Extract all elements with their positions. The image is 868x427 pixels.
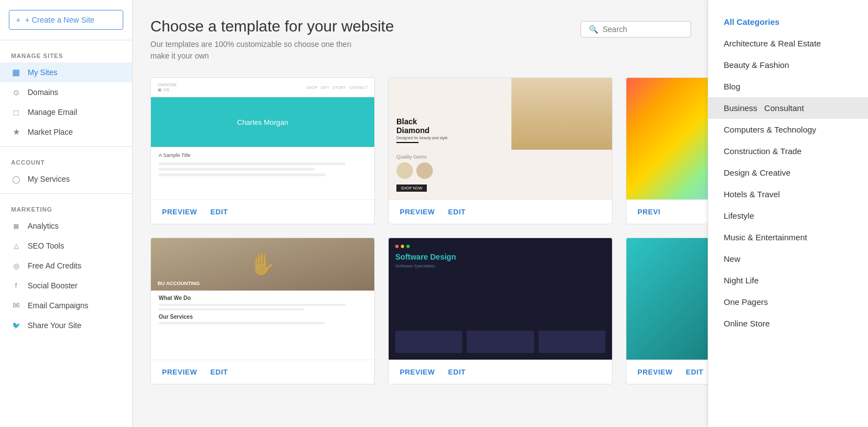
domains-label: Domains — [28, 88, 58, 97]
market-place-icon: ★ — [11, 127, 21, 137]
search-icon: 🔍 — [589, 25, 598, 34]
sidebar-item-share-your-site[interactable]: 🐦 Share Your Site — [0, 315, 132, 335]
tpl5-top: Software Design Software Specialists — [395, 245, 605, 268]
category-beauty[interactable]: Beauty & Fashion — [708, 54, 868, 76]
preview-tpl3[interactable]: PREVI — [637, 208, 661, 216]
preview-tpl5[interactable]: PREVIEW — [400, 368, 435, 376]
tpl1-hero-text: Charles Morgan — [237, 118, 289, 126]
social-booster-icon: f — [11, 281, 21, 291]
tpl4-hero: ✋ BU ACCOUNTING — [151, 238, 374, 291]
template-preview-tpl2: BlackDiamond Designed for beauty and sty… — [389, 78, 612, 199]
category-blog[interactable]: Blog — [708, 76, 868, 97]
tpl2-btn: SHOP NOW — [396, 184, 427, 192]
template-actions-tpl2: PREVIEW EDIT — [389, 199, 612, 224]
tpl5-thumb1 — [395, 331, 462, 353]
edit-tpl6[interactable]: EDIT — [686, 368, 704, 376]
my-sites-label: My Sites — [28, 68, 57, 77]
category-online-store[interactable]: Online Store — [708, 313, 868, 334]
sidebar-item-my-sites[interactable]: ▦ My Sites — [0, 62, 132, 82]
tpl2-divider — [396, 142, 419, 143]
search-input[interactable] — [603, 25, 683, 34]
tpl1-sample-title: A Sample Title — [159, 152, 367, 158]
tpl5-inner: Software Design Software Specialists — [389, 238, 612, 360]
email-campaigns-icon: ✉ — [11, 301, 21, 310]
sidebar-divider-2 — [0, 146, 132, 147]
tpl4-title-overlay: BU ACCOUNTING — [158, 281, 200, 286]
my-services-icon: ◯ — [11, 174, 21, 184]
tpl2-brand: BlackDiamond — [396, 117, 604, 135]
tpl4-line1 — [159, 304, 346, 306]
analytics-icon: ▦ — [11, 221, 21, 231]
sidebar-item-manage-email[interactable]: □ Manage Email — [0, 102, 132, 122]
email-campaigns-label: Email Campaigns — [28, 301, 88, 310]
template-preview-tpl4: ✋ BU ACCOUNTING What We Do Our Services — [151, 238, 374, 360]
preview-tpl2[interactable]: PREVIEW — [400, 208, 435, 216]
social-booster-label: Social Booster — [28, 281, 77, 290]
tpl4-heading2: Our Services — [159, 314, 367, 320]
preview-tpl4[interactable]: PREVIEW — [162, 368, 197, 376]
category-business[interactable]: Business Consultant — [708, 97, 868, 119]
tpl1-body: A Sample Title — [151, 147, 374, 184]
category-music[interactable]: Music & Entertainment — [708, 226, 868, 248]
sidebar-item-my-services[interactable]: ◯ My Services — [0, 169, 132, 189]
sidebar-item-social-booster[interactable]: f Social Booster — [0, 276, 132, 296]
edit-tpl1[interactable]: EDIT — [211, 208, 228, 216]
tpl4-hands-icon: ✋ — [249, 251, 276, 277]
tpl4-body: What We Do Our Services — [151, 291, 374, 331]
share-your-site-label: Share Your Site — [28, 321, 81, 330]
template-card-tpl1: CHOOSE▣ US SHOPGIFTSTORYCONTACT Charles … — [150, 77, 375, 224]
seo-tools-icon: △ — [11, 241, 21, 251]
tpl5-dot1 — [395, 245, 399, 248]
tpl1-logo: CHOOSE▣ US — [158, 82, 177, 92]
edit-tpl2[interactable]: EDIT — [448, 208, 466, 216]
category-design[interactable]: Design & Creative — [708, 162, 868, 183]
category-lifestyle[interactable]: Lifestyle — [708, 205, 868, 226]
template-card-tpl5: Software Design Software Specialists PRE… — [388, 238, 613, 384]
category-all[interactable]: All Categories — [708, 11, 868, 33]
preview-tpl6[interactable]: PREVIEW — [637, 368, 673, 376]
tpl5-dot2 — [401, 245, 404, 248]
tpl5-domain: Software Specialists — [395, 263, 605, 268]
sidebar-item-email-campaigns[interactable]: ✉ Email Campaigns — [0, 296, 132, 315]
template-card-tpl2: BlackDiamond Designed for beauty and sty… — [388, 77, 613, 224]
sidebar-item-seo-tools[interactable]: △ SEO Tools — [0, 236, 132, 256]
category-computers[interactable]: Computers & Technology — [708, 119, 868, 140]
category-dropdown: All Categories Architecture & Real Estat… — [708, 0, 868, 427]
category-construction[interactable]: Construction & Trade — [708, 140, 868, 162]
category-architecture[interactable]: Architecture & Real Estate — [708, 33, 868, 54]
create-button-label: + Create a New Site — [25, 15, 95, 24]
create-new-site-button[interactable]: + + Create a New Site — [9, 10, 123, 30]
template-actions-tpl4: PREVIEW EDIT — [151, 360, 374, 384]
tpl2-body: Quality Gems SHOP NOW — [389, 150, 612, 196]
domains-icon: ⊙ — [11, 87, 21, 97]
sidebar-item-free-ad-credits[interactable]: ◎ Free Ad Credits — [0, 256, 132, 276]
edit-tpl5[interactable]: EDIT — [448, 368, 466, 376]
category-nightlife[interactable]: Night Life — [708, 270, 868, 291]
tpl5-thumb3 — [538, 331, 605, 353]
free-ad-credits-icon: ◎ — [11, 261, 21, 271]
template-preview-tpl1: CHOOSE▣ US SHOPGIFTSTORYCONTACT Charles … — [151, 78, 374, 199]
tpl4-line3 — [159, 322, 325, 324]
template-actions-tpl1: PREVIEW EDIT — [151, 199, 374, 224]
sidebar-divider-3 — [0, 193, 132, 194]
free-ad-credits-label: Free Ad Credits — [28, 261, 81, 270]
category-one-pagers[interactable]: One Pagers — [708, 291, 868, 313]
tpl2-subtitle: Designed for beauty and style — [396, 136, 604, 140]
sidebar-item-domains[interactable]: ⊙ Domains — [0, 82, 132, 102]
tpl1-hero: Charles Morgan — [151, 97, 374, 147]
template-actions-tpl5: PREVIEW EDIT — [389, 360, 612, 384]
sidebar-item-analytics[interactable]: ▦ Analytics — [0, 216, 132, 236]
sidebar: + + Create a New Site Manage Sites ▦ My … — [0, 0, 133, 427]
manage-email-icon: □ — [11, 107, 21, 117]
tpl5-thumb2 — [467, 331, 534, 353]
sidebar-item-market-place[interactable]: ★ Market Place — [0, 122, 132, 142]
manage-email-label: Manage Email — [28, 108, 77, 117]
edit-tpl4[interactable]: EDIT — [211, 368, 228, 376]
tpl1-header: CHOOSE▣ US SHOPGIFTSTORYCONTACT — [151, 78, 374, 97]
preview-tpl1[interactable]: PREVIEW — [162, 208, 197, 216]
category-new[interactable]: New — [708, 248, 868, 270]
template-card-tpl4: ✋ BU ACCOUNTING What We Do Our Services … — [150, 238, 375, 384]
market-place-label: Market Place — [28, 128, 73, 136]
category-hotels[interactable]: Hotels & Travel — [708, 183, 868, 205]
template-preview-tpl5: Software Design Software Specialists — [389, 238, 612, 360]
